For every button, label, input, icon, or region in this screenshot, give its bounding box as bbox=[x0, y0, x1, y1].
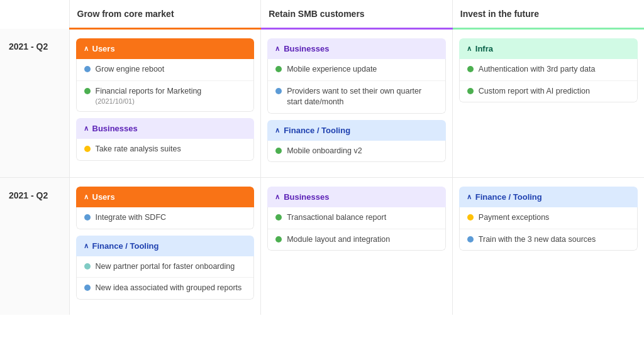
item-text: Mobile onboarding v2 bbox=[287, 146, 362, 157]
item-text: Payment exceptions bbox=[479, 212, 550, 224]
header-empty bbox=[0, 0, 69, 29]
item-text: Financial reports for Marketing (2021/10… bbox=[96, 86, 202, 107]
status-dot bbox=[84, 214, 91, 220]
header-row: Grow from core market Retain SMB custome… bbox=[0, 0, 644, 29]
status-dot bbox=[84, 88, 91, 94]
row-col2: ∧ Businesses Transactional balance repor… bbox=[261, 178, 453, 315]
status-dot bbox=[84, 66, 91, 72]
status-dot bbox=[467, 66, 474, 72]
group-item: Take rate analysis suites bbox=[77, 139, 254, 160]
group-item: Payment exceptions bbox=[460, 207, 637, 229]
status-dot bbox=[84, 285, 91, 291]
group-item: Financial reports for Marketing (2021/10… bbox=[77, 81, 254, 112]
status-dot bbox=[84, 146, 91, 152]
group-item: Train with the 3 new data sources bbox=[460, 229, 637, 251]
row-col3: ∧ Infra Authentication with 3rd party da… bbox=[452, 29, 644, 178]
chevron-icon: ∧ bbox=[275, 193, 280, 201]
group-header: ∧ Infra bbox=[459, 38, 638, 59]
group-body: Integrate with SDFC bbox=[76, 207, 255, 229]
item-text: Module layout and integration bbox=[287, 234, 390, 246]
status-dot bbox=[467, 88, 474, 94]
status-dot bbox=[275, 236, 282, 242]
group: ∧ Finance / Tooling New partner portal f… bbox=[76, 236, 255, 300]
group-title: Finance / Tooling bbox=[92, 241, 159, 251]
col2-header: Retain SMB customers bbox=[261, 0, 453, 29]
chevron-icon: ∧ bbox=[275, 126, 280, 134]
group: ∧ Finance / Tooling Mobile onboarding v2 bbox=[267, 120, 446, 163]
col3-header-label: Invest in the future bbox=[460, 9, 539, 19]
item-text: Mobile experience update bbox=[287, 64, 377, 75]
item-text: Grow engine reboot bbox=[96, 64, 165, 75]
col3-header: Invest in the future bbox=[452, 0, 644, 29]
group-item: Custom report with AI prediction bbox=[460, 81, 637, 102]
item-text: Transactional balance report bbox=[287, 212, 386, 224]
item-text: Custom report with AI prediction bbox=[479, 86, 590, 97]
group-header: ∧ Finance / Tooling bbox=[76, 236, 255, 256]
group-item: Mobile experience update bbox=[268, 59, 445, 81]
group-title: Businesses bbox=[92, 124, 138, 133]
status-dot bbox=[84, 263, 91, 270]
group: ∧ Users Grow engine reboot Financial rep… bbox=[76, 38, 255, 112]
group: ∧ Businesses Transactional balance repor… bbox=[267, 187, 446, 251]
group-title: Finance / Tooling bbox=[475, 192, 542, 202]
group-body: Grow engine reboot Financial reports for… bbox=[76, 59, 255, 112]
board-row: 2021 - Q2 ∧ Users Integrate with SDFC ∧ … bbox=[0, 178, 644, 315]
group-item: Authentication with 3rd party data bbox=[460, 59, 637, 81]
group-body: Authentication with 3rd party data Custo… bbox=[459, 59, 638, 102]
status-dot bbox=[467, 214, 474, 220]
group-body: New partner portal for faster onboarding… bbox=[76, 256, 255, 300]
col1-header: Grow from core market bbox=[69, 0, 261, 29]
group-header: ∧ Businesses bbox=[76, 118, 255, 139]
item-text: New partner portal for faster onboarding bbox=[96, 261, 235, 273]
chevron-icon: ∧ bbox=[84, 124, 89, 133]
board-row: 2021 - Q2 ∧ Users Grow engine reboot Fin… bbox=[0, 29, 644, 178]
group-item: Transactional balance report bbox=[268, 207, 445, 229]
group-body: Payment exceptions Train with the 3 new … bbox=[459, 207, 638, 251]
chevron-icon: ∧ bbox=[84, 193, 89, 201]
item-text: Providers want to set their own quarter … bbox=[287, 86, 438, 108]
row-label: 2021 - Q2 bbox=[0, 29, 69, 178]
group-item: Providers want to set their own quarter … bbox=[268, 81, 445, 113]
status-dot bbox=[467, 236, 474, 242]
group-item: Integrate with SDFC bbox=[77, 207, 254, 229]
group-title: Infra bbox=[475, 44, 493, 53]
item-sub: (2021/10/01) bbox=[96, 97, 202, 106]
chevron-icon: ∧ bbox=[467, 45, 472, 53]
group: ∧ Users Integrate with SDFC bbox=[76, 187, 255, 229]
row-label: 2021 - Q2 bbox=[0, 178, 69, 315]
group-title: Businesses bbox=[284, 192, 329, 202]
chevron-icon: ∧ bbox=[467, 193, 472, 201]
status-dot bbox=[275, 148, 282, 154]
group-body: Take rate analysis suites bbox=[76, 139, 255, 161]
group-title: Users bbox=[92, 192, 115, 202]
col2-header-label: Retain SMB customers bbox=[269, 9, 364, 19]
group: ∧ Infra Authentication with 3rd party da… bbox=[459, 38, 638, 102]
status-dot bbox=[275, 214, 282, 220]
group: ∧ Finance / Tooling Payment exceptions T… bbox=[459, 187, 638, 251]
item-text: Integrate with SDFC bbox=[96, 212, 167, 224]
row-col1: ∧ Users Grow engine reboot Financial rep… bbox=[69, 29, 261, 178]
group-title: Users bbox=[92, 44, 115, 53]
chevron-icon: ∧ bbox=[84, 242, 89, 250]
item-text: New idea associated with grouped reports bbox=[96, 283, 242, 294]
group-item: New partner portal for faster onboarding bbox=[77, 256, 254, 278]
group-item: Grow engine reboot bbox=[77, 59, 254, 81]
group-header: ∧ Users bbox=[76, 38, 255, 59]
group-title: Businesses bbox=[284, 44, 329, 53]
chevron-icon: ∧ bbox=[275, 45, 280, 53]
item-text: Train with the 3 new data sources bbox=[479, 234, 596, 246]
group-header: ∧ Finance / Tooling bbox=[459, 187, 638, 207]
group-header: ∧ Businesses bbox=[267, 187, 446, 207]
group-header: ∧ Finance / Tooling bbox=[267, 120, 446, 141]
status-dot bbox=[275, 66, 282, 72]
item-text: Authentication with 3rd party data bbox=[479, 64, 596, 75]
row-col2: ∧ Businesses Mobile experience update Pr… bbox=[261, 29, 453, 178]
group-body: Mobile onboarding v2 bbox=[267, 141, 446, 163]
chevron-icon: ∧ bbox=[84, 45, 89, 53]
item-text: Take rate analysis suites bbox=[96, 144, 181, 155]
group-item: New idea associated with grouped reports bbox=[77, 278, 254, 299]
group: ∧ Businesses Take rate analysis suites bbox=[76, 118, 255, 161]
group-item: Module layout and integration bbox=[268, 229, 445, 251]
group-header: ∧ Users bbox=[76, 187, 255, 207]
group-header: ∧ Businesses bbox=[267, 38, 446, 59]
